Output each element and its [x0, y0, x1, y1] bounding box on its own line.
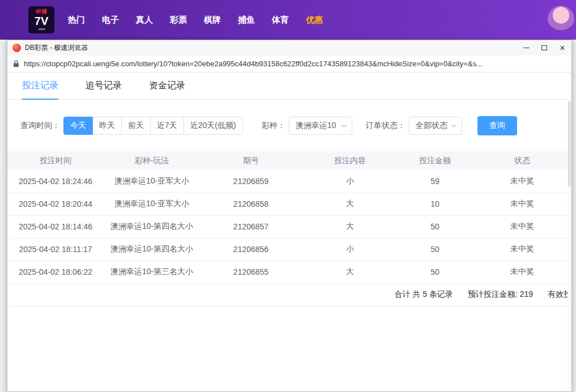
time-option-yesterday[interactable]: 昨天 [92, 117, 122, 135]
cell-bet-amount: 59 [398, 170, 472, 193]
url-text: https://ctopcp02pcali.uengi5e.com/lotter… [24, 59, 483, 68]
summary-estimated-amount: 预计投注金额: 219 [468, 289, 533, 300]
time-option-20days[interactable]: 近20天(低频) [184, 117, 243, 135]
tab-bet-records[interactable]: 投注记录 [22, 73, 58, 99]
cell-issue: 21206856 [200, 238, 302, 261]
page-content: 投注记录 追号记录 资金记录 查询时间： 今天 昨天 前天 近7天 近20天(低… [7, 73, 571, 391]
nav-item-lottery[interactable]: 彩票 [170, 15, 187, 25]
tab-label: 资金记录 [149, 80, 185, 92]
cell-status: 未中奖 [472, 238, 571, 261]
cell-lottery-play: 澳洲幸运10-亚军大小 [104, 170, 200, 193]
cell-lottery-play: 澳洲幸运10-第四名大小 [104, 215, 200, 238]
record-tabs: 投注记录 追号记录 资金记录 [7, 73, 571, 100]
window-title: DB彩票 - 极速浏览器 [25, 43, 88, 53]
filter-bar: 查询时间： 今天 昨天 前天 近7天 近20天(低频) 彩种： 澳洲幸运10 订… [20, 116, 571, 135]
table-row: 2025-04-02 18:20:44 澳洲幸运10-亚军大小 21206858… [7, 193, 571, 215]
cell-bet-time: 2025-04-02 18:20:44 [7, 193, 104, 215]
cell-bet-content: 大 [302, 193, 398, 215]
nav-item-promo[interactable]: 优惠 [306, 15, 323, 25]
cell-bet-time: 2025-04-02 18:11:17 [7, 238, 104, 261]
address-bar[interactable]: https://ctopcp02pcali.uengi5e.com/lotter… [7, 56, 571, 73]
browser-window: DB彩票 - 极速浏览器 × https://ctopcp02pcali.uen… [7, 40, 572, 392]
minimize-button[interactable] [517, 40, 535, 56]
main-nav: 热门 电子 真人 彩票 棋牌 捕鱼 体育 优惠 [68, 15, 323, 25]
tab-label: 投注记录 [22, 80, 58, 92]
cell-issue: 21206857 [200, 215, 302, 238]
logo-main-text: 7V [35, 15, 48, 27]
tab-label: 追号记录 [86, 80, 122, 92]
table-row: 2025-04-02 18:24:46 澳洲幸运10-亚军大小 21206859… [7, 170, 571, 193]
maximize-icon [541, 45, 547, 50]
lottery-select-label: 彩种： [262, 121, 285, 131]
col-bet-amount: 投注金额 [398, 151, 472, 170]
chevron-down-icon [341, 124, 347, 127]
col-issue: 期号 [200, 151, 302, 170]
cell-status: 未中奖 [472, 261, 571, 283]
lottery-select-value: 澳洲幸运10 [296, 121, 336, 131]
window-titlebar[interactable]: DB彩票 - 极速浏览器 × [7, 40, 571, 56]
close-icon: × [560, 44, 565, 53]
browser-favicon-icon [12, 44, 21, 52]
maximize-button[interactable] [535, 40, 553, 56]
cell-status: 未中奖 [472, 215, 571, 238]
nav-item-cards[interactable]: 棋牌 [204, 15, 221, 25]
time-option-today[interactable]: 今天 [63, 117, 93, 135]
scrollbar[interactable] [568, 100, 571, 391]
cell-bet-time: 2025-04-02 18:06:22 [7, 261, 104, 283]
cell-bet-amount: 50 [398, 261, 472, 283]
tab-fund-records[interactable]: 资金记录 [149, 73, 185, 99]
col-status: 状态 [472, 151, 571, 170]
cell-bet-time: 2025-04-02 18:24:46 [7, 170, 104, 193]
cell-bet-amount: 50 [398, 238, 472, 261]
summary-total: 合计 共 5 条记录 [394, 289, 453, 300]
scrollbar-thumb[interactable] [568, 101, 571, 186]
query-button[interactable]: 查询 [477, 116, 517, 135]
table-row: 2025-04-02 18:11:17 澳洲幸运10-第四名大小 2120685… [7, 238, 571, 261]
cell-lottery-play: 澳洲幸运10-第四名大小 [104, 238, 200, 261]
col-bet-time: 投注时间 [7, 151, 104, 170]
time-option-day-before[interactable]: 前天 [121, 117, 151, 135]
summary-bar: 合计 共 5 条记录 预计投注金额: 219 有效投注 [7, 284, 571, 306]
logo-suffix-text: .com [37, 27, 45, 31]
tab-chase-records[interactable]: 追号记录 [86, 73, 122, 99]
table-header-row: 投注时间 彩种-玩法 期号 投注内容 投注金额 状态 [7, 151, 571, 170]
chevron-down-icon [451, 124, 457, 127]
nav-item-live[interactable]: 真人 [136, 15, 153, 25]
user-avatar[interactable] [548, 6, 574, 32]
nav-item-hot[interactable]: 热门 [68, 15, 85, 25]
time-filter-group: 今天 昨天 前天 近7天 近20天(低频) [63, 117, 243, 135]
nav-item-slots[interactable]: 电子 [102, 15, 119, 25]
cell-bet-amount: 50 [398, 215, 472, 238]
top-nav: 申博 7V .com 热门 电子 真人 彩票 棋牌 捕鱼 体育 优惠 [0, 0, 576, 40]
table-row: 2025-04-02 18:14:46 澳洲幸运10-第四名大小 2120685… [7, 215, 571, 238]
page: 申博 7V .com 热门 电子 真人 彩票 棋牌 捕鱼 体育 优惠 DB彩票 … [0, 0, 576, 392]
window-controls: × [517, 40, 571, 56]
cell-bet-amount: 10 [398, 193, 472, 215]
time-filter-label: 查询时间： [20, 121, 60, 131]
cell-issue: 21206859 [200, 170, 302, 193]
cell-bet-content: 大 [302, 215, 398, 238]
status-select-value: 全部状态 [416, 121, 447, 131]
lottery-select[interactable]: 澳洲幸运10 [289, 117, 352, 135]
time-option-7days[interactable]: 近7天 [150, 117, 184, 135]
cell-bet-time: 2025-04-02 18:14:46 [7, 215, 104, 238]
cell-lottery-play: 澳洲幸运10-亚军大小 [104, 193, 200, 215]
col-lottery-play: 彩种-玩法 [104, 151, 200, 170]
cell-issue: 21206858 [200, 193, 302, 215]
table-row: 2025-04-02 18:06:22 澳洲幸运10-第三名大小 2120685… [7, 261, 571, 283]
cell-status: 未中奖 [472, 170, 571, 193]
order-status-select[interactable]: 全部状态 [409, 117, 462, 135]
logo-top-text: 申博 [36, 8, 47, 15]
cell-bet-content: 小 [302, 238, 398, 261]
cell-lottery-play: 澳洲幸运10-第三名大小 [104, 261, 200, 283]
nav-item-fishing[interactable]: 捕鱼 [238, 15, 255, 25]
cell-issue: 21206855 [200, 261, 302, 283]
cell-bet-content: 大 [302, 261, 398, 283]
cell-status: 未中奖 [472, 193, 571, 215]
site-logo[interactable]: 申博 7V .com [28, 6, 54, 33]
close-button[interactable]: × [553, 40, 571, 56]
lock-icon [13, 60, 19, 67]
status-select-label: 订单状态： [366, 121, 406, 131]
nav-item-sports[interactable]: 体育 [272, 15, 289, 25]
col-bet-content: 投注内容 [302, 151, 398, 170]
